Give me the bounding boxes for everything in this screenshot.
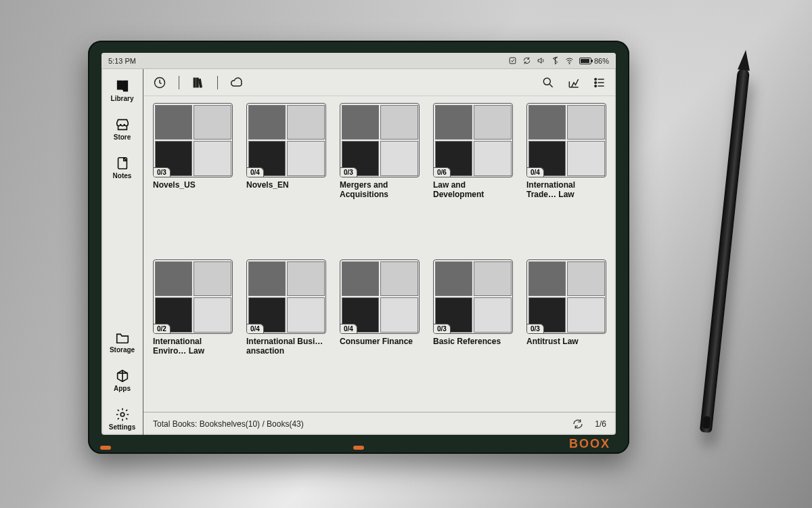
shelf-cover[interactable]: 0/6: [433, 103, 513, 177]
shelf-read-badge: 0/4: [247, 167, 264, 177]
status-icons: 86%: [508, 56, 609, 65]
shelf-title: Basic References: [433, 337, 513, 357]
shelf-item[interactable]: 0/3Novels_US: [153, 103, 233, 253]
tablet-device: 5:13 PM 86% Library: [88, 41, 629, 454]
screen: 5:13 PM 86% Library: [102, 53, 616, 435]
shelf-item[interactable]: 0/4International Busi…ansaction: [246, 259, 326, 409]
shelf-read-badge: 0/3: [154, 167, 171, 177]
shelf-title: Consumer Finance: [340, 337, 420, 357]
book-icon: [115, 79, 130, 93]
sidebar: Library Store Notes Storage Apps: [102, 69, 143, 435]
svg-point-3: [120, 412, 125, 417]
store-icon: [115, 117, 130, 132]
search-icon[interactable]: [541, 76, 555, 89]
bookshelf-icon[interactable]: [191, 76, 205, 89]
svg-rect-7: [199, 79, 202, 87]
shelf-cover[interactable]: 0/4: [246, 103, 326, 177]
svg-point-8: [543, 78, 550, 85]
bookshelf-grid: 0/3Novels_US0/4Novels_EN0/3Mergers and A…: [143, 96, 616, 412]
shelf-item[interactable]: 0/6Law and Development: [433, 103, 513, 253]
sync-icon[interactable]: [572, 418, 584, 430]
shelf-title: Antitrust Law: [526, 337, 606, 357]
svg-rect-5: [194, 78, 196, 87]
shelf-cover[interactable]: 0/4: [340, 259, 420, 334]
shelf-cover[interactable]: 0/4: [246, 259, 326, 334]
svg-point-10: [595, 81, 597, 83]
stats-icon[interactable]: [567, 76, 581, 89]
svg-rect-6: [197, 78, 199, 87]
sidebar-item-library[interactable]: Library: [102, 75, 143, 106]
shelf-read-badge: 0/2: [154, 324, 171, 333]
shelf-item[interactable]: 0/4Novels_EN: [246, 103, 326, 253]
sidebar-item-label: Storage: [110, 346, 135, 354]
battery-percent: 86%: [594, 57, 609, 65]
footer-summary: Total Books: Bookshelves(10) / Books(43): [153, 419, 304, 429]
menu-icon[interactable]: [593, 76, 606, 89]
status-bar: 5:13 PM 86%: [102, 53, 616, 69]
shelf-title: Novels_US: [153, 180, 233, 200]
svg-point-1: [569, 63, 570, 64]
sidebar-item-label: Notes: [113, 172, 132, 179]
shelf-item[interactable]: 0/2International Enviro… Law: [153, 259, 233, 409]
device-accent: [353, 446, 364, 450]
library-footer: Total Books: Bookshelves(10) / Books(43)…: [143, 412, 616, 435]
cloud-icon[interactable]: [230, 76, 244, 89]
gear-icon: [115, 407, 130, 422]
volume-icon: [537, 56, 545, 65]
shelf-read-badge: 0/4: [340, 324, 357, 333]
sidebar-item-apps[interactable]: Apps: [102, 364, 143, 396]
shelf-cover[interactable]: 0/3: [526, 259, 606, 334]
shelf-read-badge: 0/6: [434, 167, 451, 177]
main-panel: 0/3Novels_US0/4Novels_EN0/3Mergers and A…: [143, 69, 616, 435]
shelf-title: Law and Development: [433, 180, 513, 200]
page-indicator: 1/6: [595, 419, 606, 429]
shelf-title: Mergers and Acquisitions: [340, 180, 420, 200]
recent-icon[interactable]: [153, 76, 166, 89]
shelf-cover[interactable]: 0/3: [340, 103, 420, 177]
refresh-icon: [522, 56, 531, 65]
sidebar-item-label: Settings: [109, 423, 135, 431]
library-toolbar: [143, 69, 616, 96]
shelf-item[interactable]: 0/3Antitrust Law: [526, 259, 606, 409]
shelf-item[interactable]: 0/4Consumer Finance: [340, 259, 420, 409]
clock: 5:13 PM: [108, 57, 136, 65]
wifi-icon: [565, 56, 574, 65]
shelf-read-badge: 0/3: [340, 167, 357, 177]
battery-indicator: 86%: [579, 57, 609, 65]
apps-icon: [115, 368, 130, 383]
svg-rect-0: [510, 58, 516, 64]
device-accent: [100, 446, 111, 450]
shelf-cover[interactable]: 0/2: [153, 259, 233, 334]
shelf-item[interactable]: 0/3Basic References: [433, 259, 513, 409]
notes-icon: [115, 156, 130, 171]
bluetooth-icon: [551, 56, 560, 65]
sidebar-item-label: Store: [114, 133, 131, 141]
shelf-title: International Trade… Law: [526, 180, 606, 200]
screenshot-icon: [508, 56, 517, 65]
sidebar-item-store[interactable]: Store: [102, 113, 143, 145]
shelf-cover[interactable]: 0/3: [153, 103, 233, 177]
folder-icon: [115, 330, 130, 345]
shelf-item[interactable]: 0/4International Trade… Law: [526, 103, 606, 253]
svg-point-9: [595, 78, 597, 80]
shelf-read-badge: 0/3: [434, 324, 451, 333]
shelf-read-badge: 0/3: [527, 324, 544, 333]
shelf-title: International Busi…ansaction: [246, 337, 326, 357]
sidebar-item-label: Library: [111, 95, 134, 102]
shelf-title: Novels_EN: [246, 180, 326, 200]
shelf-cover[interactable]: 0/3: [433, 259, 513, 334]
shelf-read-badge: 0/4: [247, 324, 264, 333]
svg-point-11: [595, 85, 597, 87]
sidebar-item-label: Apps: [114, 385, 131, 392]
toolbar-separator: [179, 76, 179, 89]
sidebar-item-notes[interactable]: Notes: [102, 152, 143, 184]
shelf-item[interactable]: 0/3Mergers and Acquisitions: [340, 103, 420, 253]
toolbar-separator: [217, 76, 218, 89]
shelf-read-badge: 0/4: [527, 167, 544, 177]
device-brand: BOOX: [569, 437, 610, 451]
stylus-pen: [700, 68, 750, 433]
shelf-title: International Enviro… Law: [153, 337, 233, 357]
sidebar-item-settings[interactable]: Settings: [102, 403, 143, 435]
sidebar-item-storage[interactable]: Storage: [102, 326, 143, 358]
shelf-cover[interactable]: 0/4: [526, 103, 606, 177]
